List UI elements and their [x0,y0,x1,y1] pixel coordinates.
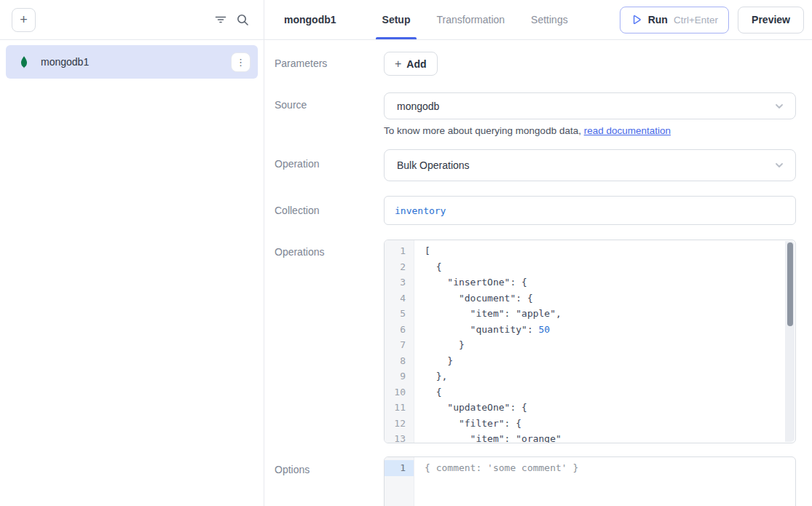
tab-settings[interactable]: Settings [529,0,570,39]
chevron-down-icon [773,100,785,112]
play-icon [631,14,642,25]
source-label: Source [275,92,384,111]
source-helper-text: To know more about querying mongodb data… [384,125,796,136]
tab-setup[interactable]: Setup [380,0,413,39]
operations-code-editor[interactable]: 12345678910111213 [ { "insertOne": { "do… [384,240,796,443]
operation-label: Operation [275,149,384,170]
plus-icon: + [395,58,401,71]
query-title: mongodb1 [284,14,336,25]
collection-input[interactable] [384,196,796,225]
header-buttons: Run Ctrl+Enter Preview [620,7,804,33]
line-number-gutter: 1 [385,457,414,506]
source-value: mongodb [397,100,773,112]
scrollbar-thumb[interactable] [787,242,793,326]
filter-icon [214,13,227,26]
sidebar-toolbar: + [0,0,264,40]
operations-row: Operations 12345678910111213 [ { "insert… [275,240,796,443]
options-code-editor[interactable]: 1 { comment: 'some comment' } [384,456,796,506]
tab-settings-label: Settings [531,14,568,25]
query-sidebar: + [0,0,264,506]
query-menu-button[interactable]: ⋮ [231,52,251,72]
query-main-panel: mongodb1 Setup Transformation Settings [264,0,812,506]
collection-row: Collection [275,196,796,225]
parameters-row: Parameters + Add [275,52,796,76]
options-label: Options [275,456,384,475]
search-icon [236,13,249,26]
tab-transformation[interactable]: Transformation [434,0,507,39]
preview-button[interactable]: Preview [738,7,804,33]
tab-setup-label: Setup [382,14,411,25]
query-name: mongodb1 [41,56,231,68]
run-button[interactable]: Run Ctrl+Enter [620,7,729,33]
preview-label: Preview [752,14,790,25]
helper-prefix: To know more about querying mongodb data… [384,125,584,136]
read-documentation-link[interactable]: read documentation [584,125,671,136]
header-tabs: Setup Transformation Settings [336,0,614,39]
code-content[interactable]: { comment: 'some comment' } [414,457,795,506]
scrollbar-track [785,241,795,442]
mongodb-leaf-icon [17,55,31,68]
operation-select[interactable]: Bulk Operations [384,149,796,181]
add-query-button[interactable]: + [12,8,36,32]
query-list: mongodb1 ⋮ [0,40,264,84]
setup-form: Parameters + Add Source mongodb [264,40,812,506]
kebab-icon: ⋮ [236,57,245,68]
line-number-gutter: 12345678910111213 [385,240,414,443]
query-list-item-mongodb1[interactable]: mongodb1 ⋮ [6,45,258,79]
run-shortcut: Ctrl+Enter [674,15,718,25]
source-select[interactable]: mongodb [384,92,796,119]
plus-icon: + [20,12,28,28]
code-content[interactable]: [ { "insertOne": { "document": { "item":… [414,240,795,443]
query-editor-app: + [0,0,812,506]
source-row: Source mongodb To know more about queryi… [275,92,796,136]
chevron-down-icon [773,159,785,171]
operation-value: Bulk Operations [397,159,773,171]
collection-label: Collection [275,196,384,216]
operations-label: Operations [275,240,384,258]
tab-transformation-label: Transformation [436,14,505,25]
run-label: Run [648,14,668,25]
add-parameter-label: Add [406,58,426,70]
add-parameter-button[interactable]: + Add [384,52,438,76]
operation-row: Operation Bulk Operations [275,149,796,181]
filter-button[interactable] [210,9,232,31]
query-header: mongodb1 Setup Transformation Settings [264,0,812,40]
search-button[interactable] [232,9,253,31]
parameters-label: Parameters [275,52,384,69]
options-row: Options 1 { comment: 'some comment' } [275,456,796,506]
